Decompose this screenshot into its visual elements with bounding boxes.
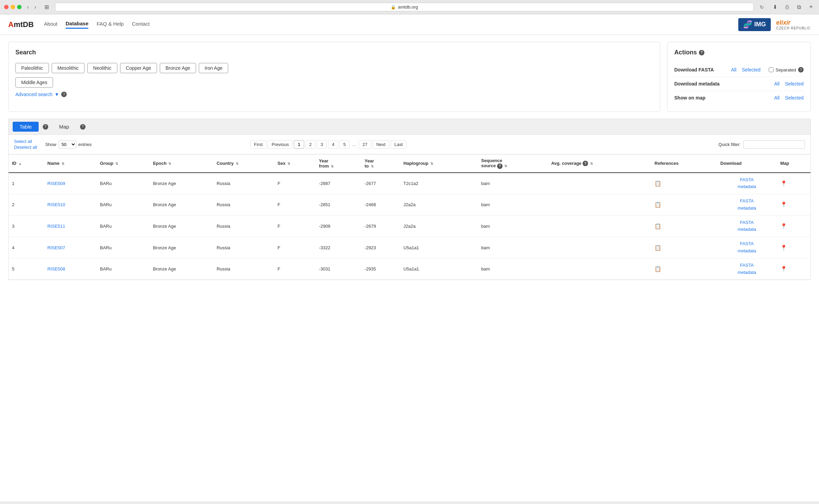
fasta-selected-link[interactable]: Selected (742, 67, 760, 72)
nav-faq[interactable]: FAQ & Help (96, 21, 124, 28)
reference-icon[interactable]: 📋 (654, 180, 661, 187)
main-content: Search Paleolithic Mesolithic Neolithic … (0, 35, 819, 119)
map-all-link[interactable]: All (774, 95, 780, 101)
table-row: 3 RISE511 BARu Bronze Age Russia F -2909… (9, 215, 810, 237)
fasta-download-link[interactable]: FASTA (720, 198, 774, 205)
help-icon[interactable]: ? (61, 92, 67, 97)
close-button[interactable] (4, 5, 9, 9)
tab-table[interactable]: Table (13, 122, 39, 132)
metadata-all-link[interactable]: All (774, 81, 780, 87)
nav-contact[interactable]: Contact (132, 21, 150, 28)
col-id[interactable]: ID ▲ (9, 155, 44, 173)
reference-icon[interactable]: 📋 (654, 244, 661, 251)
map-pin-icon[interactable]: 📍 (780, 202, 787, 208)
page-27-button[interactable]: 27 (359, 140, 371, 149)
nav-about[interactable]: About (44, 21, 57, 28)
col-country[interactable]: Country ⇅ (213, 155, 274, 173)
name-link[interactable]: RISE509 (48, 181, 65, 186)
fasta-download-link[interactable]: FASTA (720, 219, 774, 226)
name-link[interactable]: RISE510 (48, 202, 65, 207)
cell-seq-source: bam (478, 258, 548, 280)
action-row-metadata: Download metadata All Selected (674, 77, 804, 91)
epoch-btn-neolithic[interactable]: Neolithic (87, 63, 117, 73)
metadata-download-link[interactable]: metadata (720, 226, 774, 233)
window-button[interactable]: ⧉ (794, 3, 804, 11)
minimize-button[interactable] (11, 5, 15, 9)
actions-title: Actions ? (674, 49, 804, 56)
fullscreen-button[interactable] (17, 5, 22, 9)
tab-map[interactable]: Map (52, 122, 76, 132)
metadata-download-link[interactable]: metadata (720, 205, 774, 212)
table-row: 1 RISE509 BARu Bronze Age Russia F -2887… (9, 173, 810, 194)
page-3-button[interactable]: 3 (317, 140, 327, 149)
advanced-search[interactable]: Advanced search ▼ ? (15, 92, 653, 97)
map-pin-icon[interactable]: 📍 (780, 266, 787, 272)
cell-references: 📋 (651, 194, 717, 216)
fasta-all-link[interactable]: All (731, 67, 737, 72)
previous-page-button[interactable]: Previous (268, 140, 293, 149)
fasta-download-link[interactable]: FASTA (720, 176, 774, 184)
deselect-all-link[interactable]: Deselect all (14, 145, 37, 150)
share-button[interactable]: ⎙ (783, 3, 792, 11)
col-seq-source[interactable]: Sequencesource ? ⇅ (478, 155, 548, 173)
reference-icon[interactable]: 📋 (654, 201, 661, 208)
img-logo-icon: 🧬 (743, 20, 752, 29)
address-bar[interactable]: 🔒 amtdb.org (55, 3, 754, 11)
next-page-button[interactable]: Next (373, 140, 389, 149)
col-year-from[interactable]: Yearfrom ⇅ (315, 155, 361, 173)
name-link[interactable]: RISE507 (48, 245, 65, 250)
epoch-btn-paleolithic[interactable]: Paleolithic (15, 63, 49, 73)
sidebar-button[interactable]: ⊞ (42, 3, 52, 11)
actions-help-icon[interactable]: ? (699, 50, 704, 55)
map-pin-icon[interactable]: 📍 (780, 245, 787, 251)
map-selected-link[interactable]: Selected (785, 95, 804, 101)
name-link[interactable]: RISE508 (48, 266, 65, 271)
forward-button[interactable]: › (32, 3, 38, 11)
col-sex[interactable]: Sex ⇅ (274, 155, 315, 173)
col-avg-coverage[interactable]: Avg. coverage ? ⇅ (548, 155, 651, 173)
metadata-download-link[interactable]: metadata (720, 183, 774, 190)
epoch-btn-copper-age[interactable]: Copper Age (120, 63, 157, 73)
page-2-button[interactable]: 2 (306, 140, 315, 149)
map-tab-help-icon[interactable]: ? (80, 124, 86, 130)
metadata-download-link[interactable]: metadata (720, 269, 774, 276)
metadata-selected-link[interactable]: Selected (785, 81, 804, 87)
reload-button[interactable]: ↻ (757, 4, 767, 11)
seq-source-help-icon[interactable]: ? (497, 163, 503, 169)
avg-coverage-help-icon[interactable]: ? (583, 161, 588, 166)
page-4-button[interactable]: 4 (328, 140, 338, 149)
metadata-download-link[interactable]: metadata (720, 248, 774, 255)
epoch-btn-iron-age[interactable]: Iron Age (199, 63, 228, 73)
first-page-button[interactable]: First (250, 140, 266, 149)
new-tab-button[interactable]: + (807, 3, 815, 11)
name-link[interactable]: RISE511 (48, 224, 65, 229)
download-button[interactable]: ⬇ (770, 3, 780, 11)
map-pin-icon[interactable]: 📍 (780, 181, 787, 186)
separated-checkbox[interactable] (769, 67, 774, 72)
epoch-btn-mesolithic[interactable]: Mesolithic (52, 63, 84, 73)
entries-select[interactable]: 10 25 50 100 (58, 141, 76, 148)
fasta-download-link[interactable]: FASTA (720, 262, 774, 269)
data-table-wrap: ID ▲ Name ⇅ Group ⇅ Epoch ⇅ Country ⇅ Se… (8, 154, 811, 280)
col-group[interactable]: Group ⇅ (96, 155, 150, 173)
reference-icon[interactable]: 📋 (654, 223, 661, 229)
page-1-button[interactable]: 1 (294, 140, 304, 149)
map-pin-icon[interactable]: 📍 (780, 223, 787, 229)
epoch-btn-bronze-age[interactable]: Bronze Age (160, 63, 196, 73)
reference-icon[interactable]: 📋 (654, 266, 661, 272)
select-all-link[interactable]: Select all (14, 139, 37, 144)
table-help-icon[interactable]: ? (43, 124, 48, 130)
quick-filter-input[interactable] (743, 140, 805, 149)
nav-database[interactable]: Database (66, 21, 89, 29)
epoch-btn-middle-ages[interactable]: Middle Ages (15, 77, 53, 88)
url-text: amtdb.org (398, 4, 418, 10)
back-button[interactable]: ‹ (25, 3, 31, 11)
last-page-button[interactable]: Last (391, 140, 407, 149)
col-year-to[interactable]: Yearto ⇅ (361, 155, 400, 173)
page-5-button[interactable]: 5 (339, 140, 349, 149)
col-haplogroup[interactable]: Haplogroup ⇅ (400, 155, 478, 173)
col-epoch[interactable]: Epoch ⇅ (150, 155, 213, 173)
separated-help-icon[interactable]: ? (798, 67, 804, 72)
fasta-download-link[interactable]: FASTA (720, 240, 774, 248)
col-name[interactable]: Name ⇅ (44, 155, 97, 173)
